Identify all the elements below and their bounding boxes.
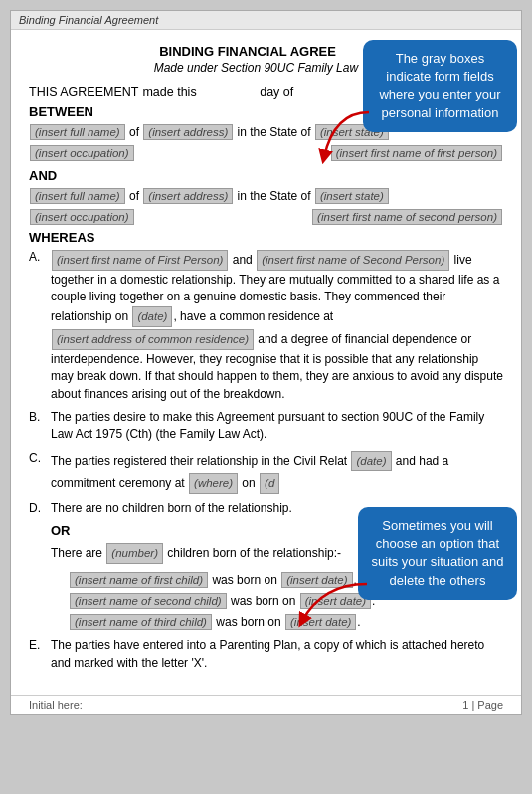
- field-address-2[interactable]: (insert address): [143, 188, 233, 204]
- this-agreement-label: THIS AGREEMENT: [29, 85, 138, 99]
- party1-details-row: (insert occupation) (insert first name o…: [29, 144, 503, 162]
- and-label: AND: [29, 168, 503, 183]
- whereas-letter-d: D.: [29, 500, 51, 517]
- whereas-item-c: C. The parties registered their relation…: [29, 450, 503, 495]
- field-occupation-2[interactable]: (insert occupation): [30, 209, 134, 225]
- page-header: Binding Financial Agreement: [11, 11, 521, 30]
- whereas-item-a: A. (insert first name of First Person) a…: [29, 249, 503, 403]
- header-title: Binding Financial Agreement: [19, 14, 158, 26]
- footer-page-number: 1 | Page: [462, 699, 503, 711]
- field-date-a[interactable]: (date): [132, 306, 172, 327]
- field-child-name-2[interactable]: (insert name of second child): [70, 593, 227, 609]
- field-second-person-name-a[interactable]: (insert first name of Second Person): [257, 250, 449, 271]
- field-full-name-2[interactable]: (insert full name): [30, 188, 125, 204]
- field-number-children[interactable]: (number): [106, 543, 163, 564]
- field-first-person-name-a[interactable]: (insert first name of First Person): [52, 250, 228, 271]
- whereas-item-e: E. The parties have entered into a Paren…: [29, 637, 503, 672]
- tooltip-box-2: Sometimes you will choose an option that…: [358, 507, 517, 600]
- field-full-name-1[interactable]: (insert full name): [30, 124, 125, 140]
- document-page: Binding Financial Agreement The gray box…: [10, 10, 522, 715]
- field-where-c[interactable]: (where): [189, 473, 238, 494]
- tooltip-2-text: Sometimes you will choose an option that…: [372, 518, 504, 588]
- field-child-name-1[interactable]: (insert name of first child): [70, 572, 208, 588]
- field-common-address-a[interactable]: (insert address of common residence): [52, 329, 254, 350]
- whereas-text-e: The parties have entered into a Parentin…: [51, 637, 503, 672]
- tooltip-1-text: The gray boxes indicate form fields wher…: [379, 51, 500, 120]
- doc-title-text: BINDING FINANCIAL AGREEMENT: [159, 44, 373, 59]
- whereas-letter-e: E.: [29, 637, 51, 672]
- whereas-letter-a: A.: [29, 249, 51, 403]
- party2-name-line: (insert full name) of (insert address) i…: [29, 187, 503, 205]
- whereas-text-a: (insert first name of First Person) and …: [51, 249, 503, 403]
- field-occupation-1[interactable]: (insert occupation): [30, 145, 134, 161]
- page-footer: Initial here: 1 | Page: [11, 695, 521, 714]
- whereas-letter-b: B.: [29, 409, 51, 444]
- field-date-c1[interactable]: (date): [351, 451, 391, 472]
- footer-initial-here: Initial here:: [29, 699, 83, 711]
- arrow-1-icon: [314, 107, 374, 167]
- field-child-name-3[interactable]: (insert name of third child): [70, 614, 212, 630]
- made-this-text: made this: [142, 85, 196, 99]
- whereas-letter-c: C.: [29, 450, 51, 495]
- field-state-2[interactable]: (insert state): [315, 188, 389, 204]
- field-first-name-second[interactable]: (insert first name of second person): [312, 209, 502, 225]
- child-item-3: (insert name of third child) was born on…: [69, 613, 503, 631]
- page-content: The gray boxes indicate form fields wher…: [11, 30, 521, 688]
- whereas-item-b: B. The parties desire to make this Agree…: [29, 409, 503, 444]
- doc-subtitle-text: Made under Section 90UC Family Law Act: [154, 61, 379, 75]
- whereas-label: WHEREAS: [29, 230, 503, 245]
- field-address-1[interactable]: (insert address): [143, 124, 233, 140]
- day-of-text: day of: [260, 85, 293, 99]
- arrow-2-icon: [292, 579, 372, 629]
- tooltip-box-1: The gray boxes indicate form fields wher…: [363, 40, 517, 132]
- field-date-c2[interactable]: (d: [260, 473, 279, 494]
- whereas-text-b: The parties desire to make this Agreemen…: [51, 409, 503, 444]
- party2-details-row: (insert occupation) (insert first name o…: [29, 208, 503, 226]
- whereas-text-c: The parties registered their relationshi…: [51, 450, 503, 495]
